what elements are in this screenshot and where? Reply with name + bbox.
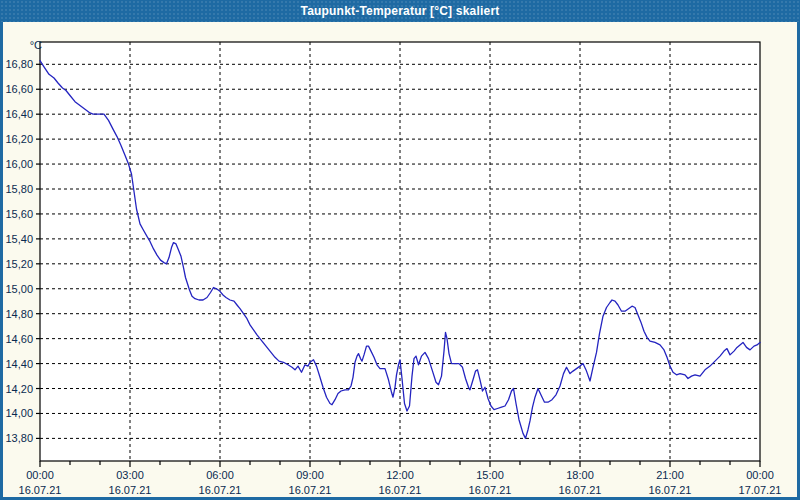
svg-text:15,60: 15,60 <box>5 208 33 220</box>
svg-text:09:00: 09:00 <box>296 469 324 481</box>
svg-text:16,20: 16,20 <box>5 133 33 145</box>
svg-text:16,80: 16,80 <box>5 58 33 70</box>
y-axis-unit-label: °C <box>30 39 42 51</box>
svg-text:16.07.21: 16.07.21 <box>199 484 242 496</box>
svg-text:00:00: 00:00 <box>746 469 774 481</box>
x-tick-date-labels: 16.07.2116.07.2116.07.2116.07.2116.07.21… <box>19 484 782 496</box>
svg-text:15:00: 15:00 <box>476 469 504 481</box>
svg-text:16.07.21: 16.07.21 <box>19 484 62 496</box>
svg-text:03:00: 03:00 <box>116 469 144 481</box>
svg-text:15,20: 15,20 <box>5 258 33 270</box>
svg-text:13,80: 13,80 <box>5 432 33 444</box>
x-tick-time-labels: 00:0003:0006:0009:0012:0015:0018:0021:00… <box>26 469 774 481</box>
chart-window: 16,8016,6016,4016,2016,0015,8015,6015,40… <box>0 0 800 500</box>
svg-text:15,80: 15,80 <box>5 183 33 195</box>
svg-text:14,40: 14,40 <box>5 358 33 370</box>
svg-text:18:00: 18:00 <box>566 469 594 481</box>
svg-text:16.07.21: 16.07.21 <box>559 484 602 496</box>
svg-text:16,60: 16,60 <box>5 83 33 95</box>
svg-text:06:00: 06:00 <box>206 469 234 481</box>
svg-text:14,80: 14,80 <box>5 308 33 320</box>
svg-text:00:00: 00:00 <box>26 469 54 481</box>
svg-text:14,20: 14,20 <box>5 383 33 395</box>
x-ticks <box>40 461 760 467</box>
svg-text:14,00: 14,00 <box>5 407 33 419</box>
chart-canvas: 16,8016,6016,4016,2016,0015,8015,6015,40… <box>0 0 800 500</box>
svg-text:16.07.21: 16.07.21 <box>289 484 332 496</box>
svg-text:14,60: 14,60 <box>5 333 33 345</box>
svg-text:15,00: 15,00 <box>5 283 33 295</box>
svg-text:°C: °C <box>30 39 42 51</box>
svg-text:17.07.21: 17.07.21 <box>739 484 782 496</box>
window-border-left <box>0 22 3 500</box>
svg-text:12:00: 12:00 <box>386 469 414 481</box>
svg-text:21:00: 21:00 <box>656 469 684 481</box>
svg-text:16,00: 16,00 <box>5 158 33 170</box>
svg-text:16.07.21: 16.07.21 <box>469 484 512 496</box>
svg-text:16.07.21: 16.07.21 <box>649 484 692 496</box>
svg-text:16.07.21: 16.07.21 <box>379 484 422 496</box>
y-tick-labels: 16,8016,6016,4016,2016,0015,8015,6015,40… <box>5 58 33 444</box>
svg-text:15,40: 15,40 <box>5 233 33 245</box>
svg-text:16.07.21: 16.07.21 <box>109 484 152 496</box>
svg-text:16,40: 16,40 <box>5 108 33 120</box>
